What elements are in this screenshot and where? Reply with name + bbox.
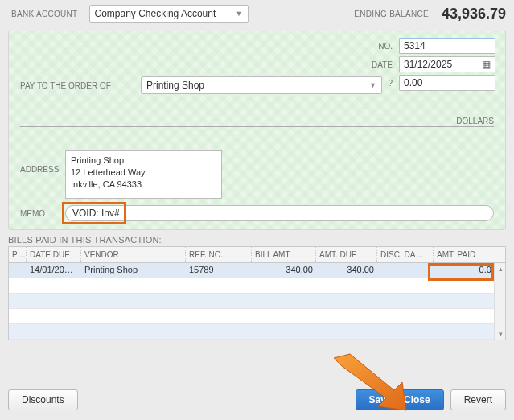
check-date-value: 31/12/2025: [404, 59, 452, 70]
grid-body: 14/01/20… Printing Shop 15789 340.00 340…: [9, 263, 505, 340]
payee-value: Printing Shop: [146, 80, 204, 91]
table-row[interactable]: [9, 278, 505, 294]
check-date-field[interactable]: 31/12/2025 ▦: [399, 56, 495, 72]
save-close-button[interactable]: Save & Close: [356, 389, 444, 410]
check-amount-value: 0.00: [404, 77, 422, 89]
check-no-value: 5314: [404, 40, 426, 51]
bills-section-title: BILLS PAID IN THIS TRANSACTION:: [8, 235, 506, 245]
chevron-down-icon: ▼: [369, 81, 376, 89]
memo-row: MEMO VOID: Inv#: [20, 205, 494, 221]
ending-balance-value: 43,936.79: [442, 6, 506, 23]
scroll-down-icon[interactable]: ▾: [495, 328, 506, 340]
col-vendor[interactable]: VENDOR: [81, 247, 186, 262]
col-paid[interactable]: P…: [9, 247, 27, 262]
header-row: BANK ACCOUNT Company Checking Account ▼ …: [0, 0, 514, 27]
bank-account-value: Company Checking Account: [95, 8, 216, 19]
cell-disc-date: [377, 263, 434, 278]
dollars-label: DOLLARS: [456, 117, 494, 126]
col-amt-paid[interactable]: AMT. PAID: [434, 247, 500, 262]
cell-paid: [9, 263, 27, 278]
col-amt-due[interactable]: AMT. DUE: [316, 247, 377, 262]
check-amount-field[interactable]: 0.00: [399, 75, 495, 91]
revert-button[interactable]: Revert: [450, 389, 506, 410]
bank-account-select[interactable]: Company Checking Account ▼: [89, 5, 249, 23]
payto-label: PAY TO THE ORDER OF: [20, 81, 141, 90]
footer-button-row: Discounts Save & Close Revert: [0, 383, 514, 420]
scroll-up-icon[interactable]: ▴: [495, 263, 506, 274]
table-row[interactable]: [9, 324, 505, 340]
amount-words-line: [20, 126, 494, 127]
check-panel: NO. 5314 DATE 31/12/2025 ▦ ? 0.00 PAY TO…: [8, 31, 506, 230]
col-ref-no[interactable]: REF. NO.: [186, 247, 252, 262]
bills-grid: P… DATE DUE VENDOR REF. NO. BILL AMT. AM…: [8, 246, 506, 340]
chevron-down-icon: ▼: [236, 10, 243, 18]
col-disc-date[interactable]: DISC. DA…: [377, 247, 434, 262]
cell-amt-paid[interactable]: 0.00: [434, 263, 500, 278]
col-date-due[interactable]: DATE DUE: [27, 247, 81, 262]
cell-date-due: 14/01/20…: [27, 263, 81, 278]
cell-bill-amt: 340.00: [252, 263, 316, 278]
calendar-icon[interactable]: ▦: [482, 59, 491, 70]
col-bill-amt[interactable]: BILL AMT.: [252, 247, 316, 262]
address-block: ADDRESS Printing Shop 12 Letterhead Way …: [20, 150, 222, 199]
table-row[interactable]: [9, 309, 505, 324]
check-no-label: NO.: [372, 42, 393, 51]
bank-account-label: BANK ACCOUNT: [11, 10, 78, 19]
payto-row: PAY TO THE ORDER OF Printing Shop ▼: [20, 76, 382, 94]
check-date-label: DATE: [372, 60, 393, 69]
cell-ref-no: 15789: [186, 263, 252, 278]
cell-vendor: Printing Shop: [81, 263, 186, 278]
grid-scrollbar[interactable]: ▴ ▾: [494, 263, 505, 340]
memo-field[interactable]: VOID: Inv#: [65, 205, 494, 221]
ending-balance-label: ENDING BALANCE: [354, 10, 429, 19]
address-field[interactable]: Printing Shop 12 Letterhead Way Inkville…: [65, 150, 222, 199]
check-no-field[interactable]: 5314: [399, 38, 495, 54]
address-label: ADDRESS: [20, 165, 65, 174]
memo-label: MEMO: [20, 209, 65, 218]
table-row[interactable]: [9, 294, 505, 309]
payee-select[interactable]: Printing Shop ▼: [141, 76, 382, 94]
memo-value: VOID: Inv#: [72, 208, 120, 219]
cell-amt-due: 340.00: [316, 263, 377, 278]
check-top-right-fields: NO. 5314 DATE 31/12/2025 ▦ ? 0.00: [372, 38, 495, 91]
table-row[interactable]: 14/01/20… Printing Shop 15789 340.00 340…: [9, 263, 505, 278]
grid-header: P… DATE DUE VENDOR REF. NO. BILL AMT. AM…: [9, 247, 505, 263]
discounts-button[interactable]: Discounts: [8, 389, 78, 410]
